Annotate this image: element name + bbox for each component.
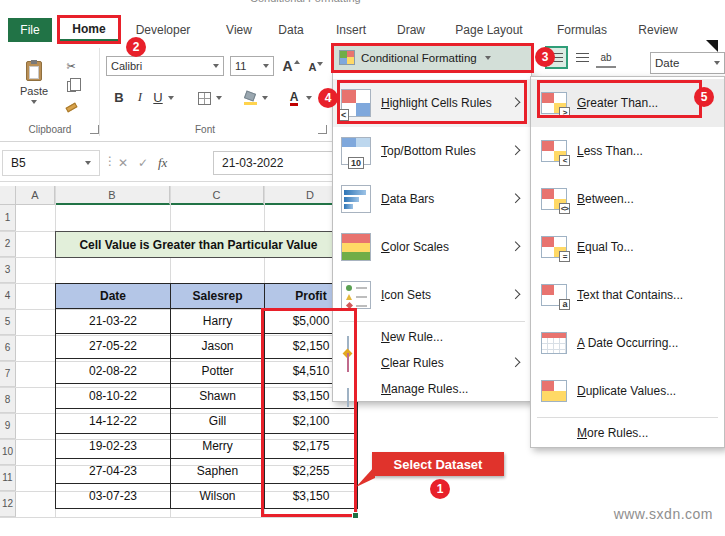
name-box-caret-icon — [85, 161, 91, 165]
shrink-font-button[interactable]: A — [306, 57, 326, 77]
grow-font-button[interactable]: A — [280, 55, 302, 77]
step-badge-4: 4 — [318, 88, 338, 108]
formula-input[interactable]: 21-03-2022 — [213, 151, 333, 175]
row-header-11[interactable]: 11 — [0, 465, 16, 491]
window-title-partial: Conditional Formatting — [250, 0, 361, 7]
submenu-item-less-than[interactable]: < Less Than... — [531, 127, 724, 175]
tab-formulas[interactable]: Formulas — [550, 18, 614, 42]
paste-button[interactable]: Paste — [12, 50, 56, 114]
menu-item-manage-rules[interactable]: Manage Rules... — [333, 376, 531, 402]
cell[interactable]: Potter — [171, 359, 265, 384]
cell[interactable]: 08-10-22 — [56, 384, 171, 409]
font-size-caret-icon — [263, 64, 269, 68]
font-name-combo[interactable]: Calibri — [106, 56, 224, 76]
cell[interactable]: 02-08-22 — [56, 359, 171, 384]
cell[interactable]: Wilson — [171, 484, 265, 509]
submenu-item-more-rules[interactable]: More Rules... — [531, 420, 724, 446]
excel-window: Conditional Formatting File Home Develop… — [0, 0, 725, 536]
fill-color-caret-icon[interactable] — [262, 96, 268, 100]
cell[interactable]: 03-07-23 — [56, 484, 171, 509]
row-header-12[interactable]: 12 — [0, 491, 16, 517]
cell[interactable]: 14-12-22 — [56, 409, 171, 434]
underline-caret-icon[interactable] — [168, 96, 174, 100]
step-badge-3: 3 — [535, 47, 555, 67]
name-box[interactable]: B5 — [2, 150, 100, 176]
fill-handle[interactable] — [352, 512, 359, 519]
submenu-item-between[interactable]: <> Between... — [531, 175, 724, 223]
insert-function-button[interactable]: fx — [158, 155, 167, 171]
font-color-caret-icon[interactable] — [306, 96, 312, 100]
row-header-7[interactable]: 7 — [0, 361, 16, 387]
tab-insert[interactable]: Insert — [328, 18, 374, 42]
align-left-button[interactable] — [572, 48, 592, 68]
number-format-caret-icon — [714, 61, 720, 65]
fill-color-button[interactable] — [242, 90, 258, 106]
submenu-item-equal-to[interactable]: = Equal To... — [531, 223, 724, 271]
header-cell-date[interactable]: Date — [56, 284, 171, 309]
format-painter-button[interactable] — [62, 100, 80, 114]
cell[interactable]: 21-03-22 — [56, 309, 171, 334]
menu-item-color-scales[interactable]: Color Scales — [333, 223, 531, 271]
cell[interactable]: 19-02-23 — [56, 434, 171, 459]
borders-button[interactable] — [196, 90, 212, 106]
italic-button[interactable]: I — [132, 88, 148, 106]
cell[interactable]: Harry — [171, 309, 265, 334]
wrap-text-button[interactable]: ab — [596, 48, 616, 68]
header-cell-salesrep[interactable]: Salesrep — [171, 284, 265, 309]
borders-caret-icon[interactable] — [216, 96, 222, 100]
title-cell[interactable]: Cell Value is Greater than Particular Va… — [55, 231, 342, 258]
cell[interactable]: 27-04-23 — [56, 459, 171, 484]
number-format-combo[interactable]: Date — [650, 52, 725, 74]
tab-page-layout[interactable]: Page Layout — [446, 18, 532, 42]
copy-button[interactable] — [62, 78, 80, 94]
row-header-8[interactable]: 8 — [0, 387, 16, 413]
tab-file[interactable]: File — [8, 18, 52, 42]
menu-item-data-bars[interactable]: Data Bars — [333, 175, 531, 223]
row-header-10[interactable]: 10 — [0, 439, 16, 465]
cell[interactable]: 27-05-22 — [56, 334, 171, 359]
menu-item-top-bottom-rules[interactable]: 10 Top/Bottom Rules — [333, 127, 531, 175]
tab-data[interactable]: Data — [270, 18, 312, 42]
row-header-3[interactable]: 3 — [0, 257, 16, 283]
duplicate-values-icon — [541, 380, 567, 402]
borders-icon — [198, 92, 211, 105]
color-scales-icon — [341, 233, 371, 261]
menu-item-clear-rules[interactable]: Clear Rules — [333, 350, 531, 376]
clipboard-dialog-launcher-icon[interactable] — [90, 125, 99, 134]
submenu-item-a-date-occurring[interactable]: A Date Occurring... — [531, 319, 724, 367]
cancel-icon[interactable]: ✕ — [118, 156, 128, 170]
tab-review[interactable]: Review — [632, 18, 684, 42]
font-size-combo[interactable]: 11 — [230, 56, 274, 76]
column-header-b[interactable]: B — [55, 186, 170, 205]
select-all-corner[interactable] — [0, 186, 16, 205]
row-header-9[interactable]: 9 — [0, 413, 16, 439]
enter-icon[interactable]: ✓ — [138, 156, 148, 170]
menu-separator — [537, 417, 718, 418]
row-header-4[interactable]: 4 — [0, 283, 16, 309]
bold-button[interactable]: B — [110, 88, 128, 106]
row-header-1[interactable]: 1 — [0, 205, 16, 231]
row-header-5[interactable]: 5 — [0, 309, 16, 335]
row-header-2[interactable]: 2 — [0, 231, 16, 257]
font-dialog-launcher-icon[interactable] — [318, 125, 327, 134]
cell[interactable]: Jason — [171, 334, 265, 359]
tab-view[interactable]: View — [218, 18, 260, 42]
cell[interactable]: Gill — [171, 409, 265, 434]
menu-item-icon-sets[interactable]: Icon Sets — [333, 271, 531, 319]
submenu-item-text-that-contains[interactable]: a Text that Contains... — [531, 271, 724, 319]
row-header-6[interactable]: 6 — [0, 335, 16, 361]
underline-button[interactable]: U — [150, 88, 166, 106]
cut-button[interactable] — [62, 58, 80, 74]
shrink-font-arrow-icon — [317, 62, 323, 66]
column-header-a[interactable]: A — [16, 186, 55, 205]
menu-item-new-rule[interactable]: New Rule... — [333, 324, 531, 350]
cell[interactable]: Saphen — [171, 459, 265, 484]
submenu-item-duplicate-values[interactable]: Duplicate Values... — [531, 367, 724, 415]
column-header-c[interactable]: C — [170, 186, 264, 205]
menu-separator — [339, 321, 525, 322]
cell[interactable]: Shawn — [171, 384, 265, 409]
cell[interactable]: Merry — [171, 434, 265, 459]
font-color-button[interactable]: A — [286, 89, 302, 107]
annotation-box-greater-than — [537, 80, 702, 118]
tab-draw[interactable]: Draw — [390, 18, 432, 42]
